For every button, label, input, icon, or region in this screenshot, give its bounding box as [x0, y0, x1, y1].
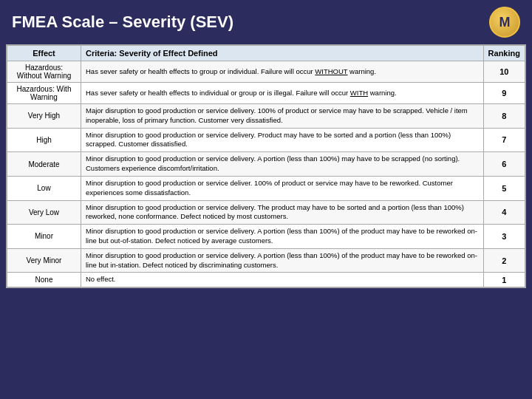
- effect-cell: Very Low: [7, 200, 81, 225]
- criteria-cell: Minor disruption to good production or s…: [81, 128, 484, 152]
- effect-cell: Hazardous: With Warning: [7, 83, 81, 104]
- fmea-table: Effect Criteria: Severity of Effect Defi…: [7, 45, 525, 287]
- table-row: Hazardous: With WarningHas sever safety …: [7, 83, 525, 104]
- company-logo: M: [489, 7, 520, 38]
- col-header-criteria: Criteria: Severity of Effect Defined: [81, 46, 484, 61]
- criteria-cell: Minor disruption to good production or s…: [81, 225, 484, 249]
- table-row: NoneNo effect.1: [7, 273, 525, 287]
- page-header: FMEA Scale – Severity (SEV) M: [0, 0, 532, 44]
- table-row: Hazardous: Without WarningHas sever safe…: [7, 61, 525, 83]
- effect-cell: Very High: [7, 104, 81, 129]
- table-row: ModerateMinor disruption to good product…: [7, 152, 525, 177]
- criteria-cell: Has sever safety or health effects to gr…: [81, 61, 484, 83]
- ranking-cell: 1: [483, 273, 525, 287]
- table-row: HighMinor disruption to good production …: [7, 128, 525, 152]
- fmea-table-container: Effect Criteria: Severity of Effect Defi…: [6, 44, 526, 288]
- col-header-ranking: Ranking: [483, 46, 525, 61]
- table-row: MinorMinor disruption to good production…: [7, 225, 525, 249]
- criteria-cell: Minor disruption to good production or s…: [81, 152, 484, 177]
- effect-cell: None: [7, 273, 81, 287]
- ranking-cell: 7: [483, 128, 525, 152]
- criteria-cell: Minor disruption to good production or s…: [81, 248, 484, 273]
- table-row: Very MinorMinor disruption to good produ…: [7, 248, 525, 273]
- table-row: Very HighMajor disruption to good produc…: [7, 104, 525, 129]
- effect-cell: Very Minor: [7, 248, 81, 273]
- effect-cell: Low: [7, 176, 81, 200]
- effect-cell: High: [7, 128, 81, 152]
- ranking-cell: 9: [483, 83, 525, 104]
- ranking-cell: 5: [483, 176, 525, 200]
- criteria-cell: Major disruption to good production or s…: [81, 104, 484, 129]
- ranking-cell: 10: [483, 61, 525, 83]
- criteria-cell: Has sever safety or health effects to in…: [81, 83, 484, 104]
- ranking-cell: 2: [483, 248, 525, 273]
- effect-cell: Hazardous: Without Warning: [7, 61, 81, 83]
- criteria-cell: Minor disruption to good production or s…: [81, 200, 484, 225]
- effect-cell: Minor: [7, 225, 81, 249]
- criteria-cell: No effect.: [81, 273, 484, 287]
- col-header-effect: Effect: [7, 46, 81, 61]
- page-title: FMEA Scale – Severity (SEV): [12, 13, 233, 32]
- ranking-cell: 4: [483, 200, 525, 225]
- ranking-cell: 8: [483, 104, 525, 129]
- effect-cell: Moderate: [7, 152, 81, 177]
- table-row: Very LowMinor disruption to good product…: [7, 200, 525, 225]
- ranking-cell: 3: [483, 225, 525, 249]
- table-row: LowMinor disruption to good production o…: [7, 176, 525, 200]
- ranking-cell: 6: [483, 152, 525, 177]
- criteria-cell: Minor disruption to good production or s…: [81, 176, 484, 200]
